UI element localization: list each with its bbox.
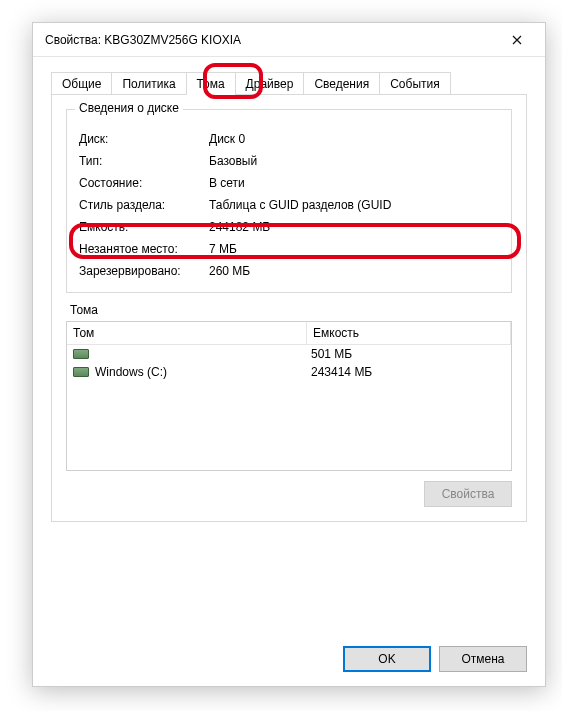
unallocated-label: Незанятое место: [77, 238, 207, 260]
capacity-value: 244182 МБ [207, 216, 501, 238]
properties-dialog: Свойства: KBG30ZMV256G KIOXIA Общие Поли… [32, 22, 546, 687]
status-value: В сети [207, 172, 501, 194]
window-title: Свойства: KBG30ZMV256G KIOXIA [45, 33, 241, 47]
close-button[interactable] [497, 26, 537, 54]
column-name[interactable]: Том [67, 322, 307, 344]
ok-button[interactable]: OK [343, 646, 431, 672]
volume-icon [73, 349, 89, 359]
properties-button: Свойства [424, 481, 512, 507]
reserved-value: 260 МБ [207, 260, 501, 282]
volumes-label: Тома [70, 303, 512, 317]
volume-name: Windows (C:) [95, 365, 167, 379]
tab-driver[interactable]: Драйвер [235, 72, 305, 95]
column-capacity[interactable]: Емкость [307, 322, 511, 344]
disk-value: Диск 0 [207, 128, 501, 150]
status-label: Состояние: [77, 172, 207, 194]
list-item[interactable]: Windows (C:) 243414 МБ [67, 363, 511, 381]
properties-button-row: Свойства [66, 481, 512, 507]
listview-header: Том Емкость [67, 322, 511, 345]
type-value: Базовый [207, 150, 501, 172]
cancel-button[interactable]: Отмена [439, 646, 527, 672]
volumes-section: Тома Том Емкость 501 МБ Windows (C:) 243… [66, 303, 512, 471]
disk-info-group: Сведения о диске Диск:Диск 0 Тип:Базовый… [66, 109, 512, 293]
type-label: Тип: [77, 150, 207, 172]
disk-label: Диск: [77, 128, 207, 150]
list-item[interactable]: 501 МБ [67, 345, 511, 363]
disk-info-table: Диск:Диск 0 Тип:Базовый Состояние:В сети… [77, 128, 501, 282]
unallocated-value: 7 МБ [207, 238, 501, 260]
partition-style-value: Таблица с GUID разделов (GUID [207, 194, 501, 216]
dialog-footer: OK Отмена [343, 646, 527, 672]
reserved-label: Зарезервировано: [77, 260, 207, 282]
disk-info-legend: Сведения о диске [75, 101, 183, 115]
tab-volumes[interactable]: Тома [186, 72, 236, 95]
partition-style-label: Стиль раздела: [77, 194, 207, 216]
tab-policy[interactable]: Политика [111, 72, 186, 95]
titlebar: Свойства: KBG30ZMV256G KIOXIA [33, 23, 545, 57]
volume-capacity: 501 МБ [311, 347, 505, 361]
tab-events[interactable]: События [379, 72, 451, 95]
tab-strip: Общие Политика Тома Драйвер Сведения Соб… [33, 57, 545, 94]
tab-general[interactable]: Общие [51, 72, 112, 95]
capacity-label: Емкость: [77, 216, 207, 238]
volume-capacity: 243414 МБ [311, 365, 505, 379]
tab-panel: Сведения о диске Диск:Диск 0 Тип:Базовый… [51, 94, 527, 522]
volume-icon [73, 367, 89, 377]
volumes-listview[interactable]: Том Емкость 501 МБ Windows (C:) 243414 М… [66, 321, 512, 471]
tab-details[interactable]: Сведения [303, 72, 380, 95]
